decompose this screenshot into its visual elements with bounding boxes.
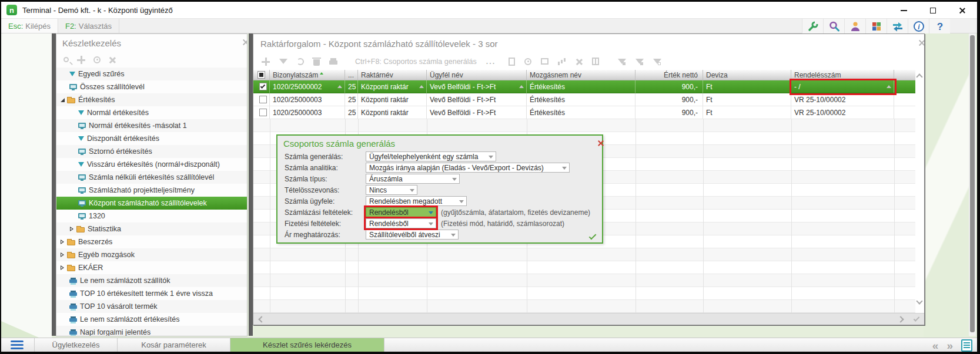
list-view-icon[interactable] [961, 339, 972, 352]
row-checkbox[interactable] [253, 93, 270, 106]
modules-icon[interactable] [865, 19, 887, 33]
tab-keszlet-szures-lekerdezes[interactable]: Készlet szűrés lekérdezés [230, 338, 384, 352]
splitter-left[interactable] [52, 33, 56, 336]
sidebar-toolbar [56, 52, 247, 68]
tab-kosar-parameterek[interactable]: Kosár paraméterek [118, 338, 230, 352]
filter-list-icon[interactable] [618, 59, 626, 64]
sidebar-item-szamla-nelkuli[interactable]: Számla nélküli értékesítés szállítólevél [56, 171, 247, 184]
column-header-ugyfel-nev[interactable]: Ügyfél név [427, 70, 527, 80]
expand-icon[interactable] [68, 227, 75, 231]
column-header-raktarnev[interactable]: Raktárnév [358, 70, 427, 80]
window-icon[interactable] [541, 58, 548, 65]
collapse-icon[interactable] [59, 98, 66, 102]
sidebar-folder-egyeb-mozgasok[interactable]: Egyéb mozgások [56, 248, 247, 261]
menu-item-select[interactable]: F2: Választás [58, 19, 119, 33]
print-icon[interactable] [329, 60, 337, 65]
info-icon[interactable]: i [908, 19, 929, 33]
sidebar-item-egyedi-szures[interactable]: Egyedi szűrés [56, 68, 247, 80]
report-icon[interactable] [509, 58, 515, 66]
ar-meghatarozas-dropdown[interactable]: Szállítólevélből átveszi [366, 230, 459, 240]
tree-icon[interactable] [93, 56, 101, 63]
fizetesi-feltetelek-dropdown[interactable]: Rendelésből [366, 218, 436, 228]
filter-clear-icon[interactable] [636, 59, 644, 64]
lookup-icon[interactable] [337, 85, 342, 88]
lookup-icon[interactable] [419, 85, 424, 88]
column-header-ertek-netto[interactable]: Érték nettó [636, 70, 703, 80]
sidebar-item-le-nem-szamlazott-szallitok[interactable]: Le nem számlázott szállítók [56, 274, 247, 287]
scrollbar-thumb[interactable] [970, 35, 975, 332]
sidebar-folder-beszerzes[interactable]: Beszerzés [56, 235, 247, 248]
add-icon[interactable] [77, 56, 85, 64]
sidebar-folder-ertekesites[interactable]: Értékesítés [56, 93, 247, 106]
splitter-main[interactable] [249, 33, 253, 336]
more-button[interactable]: ... [486, 58, 496, 66]
view-icon[interactable] [524, 58, 531, 65]
sidebar-item-top10-ertekesitett[interactable]: TOP 10 értékesített termék 1 évre vissza [56, 287, 247, 300]
filter-add-icon[interactable] [653, 59, 661, 64]
lookup-icon[interactable] [519, 85, 524, 88]
horizontal-scrollbar[interactable] [253, 313, 924, 325]
vertical-scrollbar[interactable] [969, 33, 976, 336]
excel-icon[interactable] [592, 58, 599, 65]
minimize-button[interactable] [889, 2, 918, 19]
wrench-icon[interactable] [802, 19, 823, 33]
sidebar-item-sztorno-ertekesites[interactable]: Sztornó értékesítés [56, 145, 247, 158]
column-header-mozgasnem-nev[interactable]: Mozgásnem név [527, 70, 636, 80]
previous-page-icon[interactable]: « [932, 340, 939, 351]
sidebar-item-top10-vasarolt[interactable]: TOP 10 vásárolt termék [56, 300, 247, 313]
sidebar-folder-statisztika[interactable]: Statisztika [56, 222, 247, 235]
dialog-close-button[interactable] [591, 140, 597, 150]
chart-icon[interactable] [558, 58, 566, 65]
szamla-analitika-dropdown[interactable]: Mozgás iránya alapján (Eladás - Vevő/Exp… [366, 163, 570, 173]
tetelosszevonas-dropdown[interactable]: Nincs [366, 185, 417, 195]
row-checkbox[interactable] [253, 106, 270, 119]
scroll-down-icon[interactable] [916, 298, 922, 304]
close-button[interactable] [948, 2, 977, 19]
filter-icon[interactable] [279, 59, 287, 64]
expand-icon[interactable] [59, 265, 66, 270]
delete-icon[interactable] [313, 59, 320, 66]
sidebar-item-1320[interactable]: 1320 [56, 210, 247, 222]
refresh-icon[interactable] [297, 58, 304, 65]
tab-ugyletkezeles[interactable]: Ügyletkezelés [34, 338, 118, 352]
table-row[interactable]: 1020/25000003 25 Központi raktár Vevő Be… [253, 93, 915, 106]
szamla-generalas-dropdown[interactable]: Ügyfel/telephelyenként egy számla [366, 151, 496, 161]
sidebar-item-normal-ertekesites[interactable]: Normál értékesítés [56, 106, 247, 119]
select-all-checkbox[interactable] [253, 70, 270, 80]
search-icon[interactable] [823, 19, 844, 33]
column-header-dots[interactable]: ... [345, 70, 358, 80]
expand-icon[interactable] [59, 252, 66, 257]
row-checkbox[interactable] [253, 80, 270, 93]
sidebar-folder-ekaer[interactable]: EKÁER [56, 261, 247, 274]
sidebar-item-visszaru-ertekesites[interactable]: Visszáru értékesítés (normál+diszponált) [56, 158, 247, 171]
sidebar-item-kozpont-szamlazhato[interactable]: Központ számlázható szállítólevelek [56, 197, 247, 210]
next-page-icon[interactable]: » [946, 340, 953, 351]
scroll-up-icon[interactable] [916, 73, 922, 80]
column-header-deviza[interactable]: Deviza [703, 70, 791, 80]
unlink-icon[interactable] [576, 58, 583, 65]
menu-icon[interactable] [11, 340, 24, 349]
scroll-right-icon[interactable] [897, 316, 904, 322]
sidebar-item-szamlazhato-projekt[interactable]: Számlázható projektteljesítmény [56, 184, 247, 197]
szamla-tipus-dropdown[interactable]: Áruszámla [366, 174, 460, 184]
search-icon[interactable] [63, 57, 69, 62]
maximize-button[interactable] [918, 2, 948, 19]
transfer-icon[interactable] [887, 19, 908, 33]
sidebar-item-napi-forgalmi[interactable]: Napi forgalmi jelentés [56, 326, 247, 336]
add-icon[interactable] [262, 58, 270, 66]
sidebar-item-osszes-szallitolevel[interactable]: Összes szállítólevél [56, 80, 247, 93]
unpin-icon[interactable] [109, 56, 116, 63]
help-icon[interactable]: ? [929, 19, 950, 33]
expand-icon[interactable] [59, 240, 66, 244]
szamla-ugyfele-dropdown[interactable]: Rendelésben megadott [366, 196, 467, 206]
table-row[interactable]: 1020/25000003 25 Központi raktár Vevő Be… [253, 106, 915, 119]
confirm-icon[interactable] [914, 315, 920, 322]
szamlazasi-feltetelek-dropdown[interactable]: Rendelésből [366, 207, 436, 217]
menu-item-exit[interactable]: Esc: Kilépés [1, 19, 58, 33]
sidebar-item-le-nem-szamlazott-ertekesites[interactable]: Le nem számlázott értékesítés [56, 313, 247, 326]
sidebar-item-diszponalt-ertekesites[interactable]: Diszponált értékesítés [56, 132, 247, 145]
user-icon[interactable] [844, 19, 865, 33]
scroll-left-icon[interactable] [258, 316, 265, 322]
sidebar-item-normal-ertekesites-masolat[interactable]: Normál értékesítés -másolat 1 [56, 119, 247, 132]
column-header-bizonylatszam[interactable]: Bizonylatszám [270, 70, 345, 80]
